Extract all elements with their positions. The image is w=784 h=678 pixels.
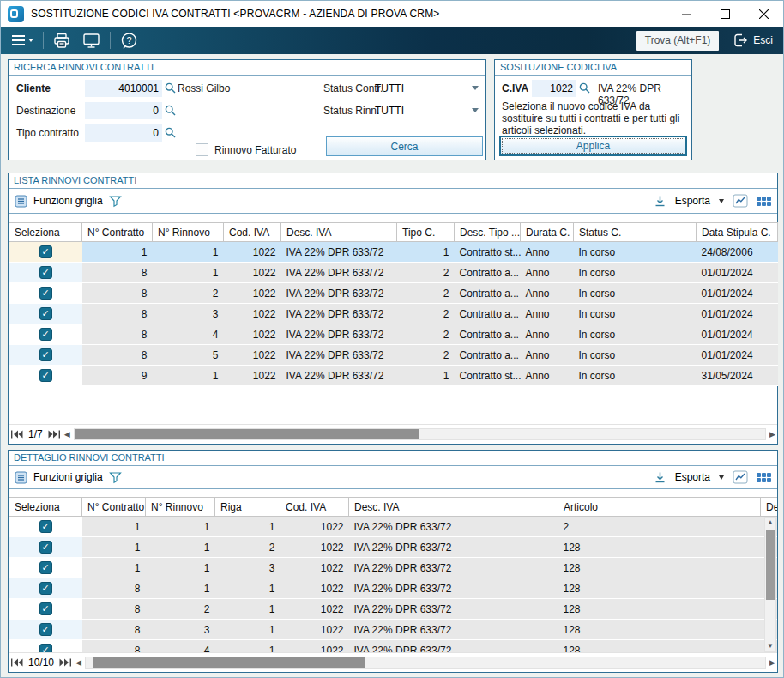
destinazione-input[interactable]: 0 [85, 102, 162, 119]
column-header-durata-c-[interactable]: Durata C. [521, 223, 574, 242]
table-row[interactable]: ✓1121022IVA 22% DPR 633/72128 [9, 537, 778, 558]
table-row[interactable]: ✓1111022IVA 22% DPR 633/722 [9, 517, 778, 537]
row-select-cell[interactable]: ✓ [9, 640, 82, 653]
grid-view-icon[interactable] [757, 197, 771, 206]
column-header-data-stipula-c-[interactable]: Data Stipula C. [697, 223, 778, 242]
row-checkbox[interactable]: ✓ [39, 623, 52, 636]
filter-icon[interactable] [109, 195, 122, 208]
column-header-cod-iva[interactable]: Cod. IVA [224, 223, 281, 242]
horizontal-scrollbar[interactable] [74, 428, 766, 440]
row-checkbox[interactable]: ✓ [39, 369, 52, 382]
destinazione-lookup-icon[interactable] [164, 104, 178, 118]
last-page-icon[interactable] [59, 658, 72, 667]
minimize-button[interactable] [667, 1, 706, 27]
civa-lookup-icon[interactable] [578, 82, 592, 95]
menu-button[interactable] [6, 29, 39, 51]
chevron-down-icon[interactable] [472, 86, 479, 90]
row-checkbox[interactable]: ✓ [39, 348, 52, 361]
table-row[interactable]: ✓841022IVA 22% DPR 633/722Contratto a...… [9, 324, 778, 345]
row-select-cell[interactable]: ✓ [9, 324, 82, 345]
row-select-cell[interactable]: ✓ [9, 517, 82, 537]
row-checkbox[interactable]: ✓ [39, 307, 52, 320]
row-checkbox[interactable]: ✓ [39, 328, 52, 341]
row-checkbox[interactable]: ✓ [39, 266, 52, 279]
row-checkbox[interactable]: ✓ [39, 602, 52, 615]
table-row[interactable]: ✓8111022IVA 22% DPR 633/72128 [9, 578, 778, 599]
chevron-down-icon[interactable] [719, 475, 724, 480]
scroll-down-icon[interactable]: ▼ [767, 641, 774, 651]
scroll-right-icon[interactable]: ▶ [769, 659, 775, 667]
chart-icon[interactable] [733, 194, 748, 208]
table-row[interactable]: ✓111022IVA 22% DPR 633/721Contratto st..… [9, 242, 778, 263]
grid-functions-button[interactable]: Funzioni griglia [33, 195, 103, 207]
row-checkbox[interactable]: ✓ [39, 541, 52, 554]
table-row[interactable]: ✓831022IVA 22% DPR 633/722Contratto a...… [9, 304, 778, 324]
scroll-left-icon[interactable]: ◀ [75, 659, 81, 667]
filter-icon[interactable] [109, 471, 122, 484]
table-row[interactable]: ✓8411022IVA 22% DPR 633/72128 [9, 640, 778, 653]
column-header-tipo-c-[interactable]: Tipo C. [397, 223, 455, 242]
table-row[interactable]: ✓821022IVA 22% DPR 633/722Contratto a...… [9, 283, 778, 304]
table-row[interactable]: ✓851022IVA 22% DPR 633/722Contratto a...… [9, 345, 778, 366]
cliente-input[interactable]: 4010001 [85, 80, 162, 97]
monitor-button[interactable] [76, 29, 106, 51]
horizontal-scrollbar[interactable] [85, 657, 766, 669]
row-select-cell[interactable]: ✓ [9, 345, 82, 366]
help-button[interactable]: ? [114, 29, 144, 51]
table-row[interactable]: ✓8311022IVA 22% DPR 633/72128 [9, 620, 778, 640]
column-header-n-contratto[interactable]: N° Contratto [82, 498, 146, 517]
column-header-seleziona[interactable]: Seleziona [9, 498, 82, 517]
column-header-seleziona[interactable]: Seleziona [9, 223, 82, 242]
row-select-cell[interactable]: ✓ [9, 304, 82, 324]
search-button[interactable]: Cerca [326, 136, 483, 156]
status-contr-dropdown[interactable]: TUTTI [375, 82, 404, 94]
first-page-icon[interactable] [10, 658, 23, 667]
row-select-cell[interactable]: ✓ [9, 599, 82, 620]
scrollbar-thumb[interactable] [766, 530, 775, 600]
civa-input[interactable]: 1022 [532, 80, 576, 97]
scroll-right-icon[interactable]: ▶ [769, 431, 775, 439]
tipo-contratto-input[interactable]: 0 [85, 124, 162, 142]
table-row[interactable]: ✓8211022IVA 22% DPR 633/72128 [9, 599, 778, 620]
row-select-cell[interactable]: ✓ [9, 537, 82, 558]
column-header-articolo[interactable]: Articolo [558, 498, 761, 517]
scrollbar-thumb[interactable] [93, 657, 365, 668]
row-select-cell[interactable]: ✓ [9, 242, 82, 263]
column-header-riga[interactable]: Riga [215, 498, 280, 517]
scroll-up-icon[interactable]: ▲ [767, 518, 774, 528]
chart-icon[interactable] [733, 470, 748, 484]
row-select-cell[interactable]: ✓ [9, 263, 82, 283]
column-header-desc-tipo-[interactable]: Desc. Tipo ... [455, 223, 521, 242]
chevron-down-icon[interactable] [719, 199, 724, 203]
column-header-des[interactable]: Des [761, 498, 778, 517]
rinnovo-fatturato-checkbox[interactable] [196, 143, 208, 156]
column-header-n-contratto[interactable]: N° Contratto [82, 223, 153, 242]
row-select-cell[interactable]: ✓ [9, 620, 82, 640]
column-header-cod-iva[interactable]: Cod. IVA [280, 498, 349, 517]
first-page-icon[interactable] [10, 430, 23, 439]
grid-functions-button[interactable]: Funzioni griglia [33, 471, 103, 483]
row-select-cell[interactable]: ✓ [9, 558, 82, 578]
row-select-cell[interactable]: ✓ [9, 578, 82, 599]
column-header-status-c-[interactable]: Status C. [574, 223, 697, 242]
tipo-contratto-lookup-icon[interactable] [164, 126, 178, 140]
cliente-lookup-icon[interactable] [164, 82, 178, 95]
export-button[interactable]: Esporta [675, 471, 710, 483]
scrollbar-thumb[interactable] [75, 429, 420, 439]
column-header-n-rinnovo[interactable]: N° Rinnovo [146, 498, 215, 517]
column-header-desc-iva[interactable]: Desc. IVA [281, 223, 397, 242]
row-checkbox[interactable]: ✓ [39, 520, 52, 533]
export-button[interactable]: Esporta [675, 195, 710, 207]
last-page-icon[interactable] [48, 430, 61, 439]
table-row[interactable]: ✓911022IVA 22% DPR 633/721Contratto st..… [9, 366, 778, 386]
table-row[interactable]: ✓1131022IVA 22% DPR 633/72128 [9, 558, 778, 578]
status-rinn-dropdown[interactable]: TUTTI [375, 105, 404, 117]
grid-view-icon[interactable] [757, 473, 771, 482]
row-select-cell[interactable]: ✓ [9, 283, 82, 304]
chevron-down-icon[interactable] [472, 108, 479, 112]
row-checkbox[interactable]: ✓ [39, 582, 52, 595]
column-header-n-rinnovo[interactable]: N° Rinnovo [153, 223, 224, 242]
exit-button[interactable]: Esci [727, 29, 778, 51]
print-button[interactable] [47, 29, 76, 51]
maximize-button[interactable] [706, 1, 745, 27]
